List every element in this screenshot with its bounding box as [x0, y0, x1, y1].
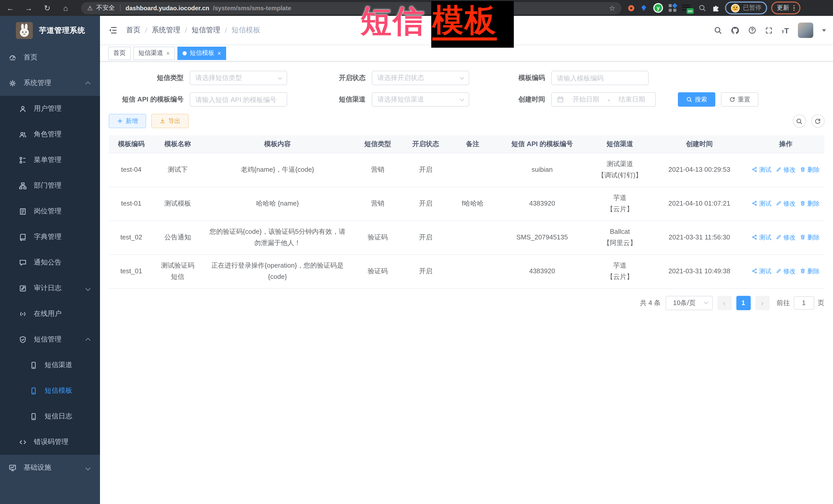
test-link[interactable]: 测试 [752, 232, 771, 243]
template-code-input[interactable] [551, 71, 649, 85]
fullscreen-icon[interactable] [765, 26, 773, 34]
address-bar[interactable]: ⚠ 不安全 dashboard.yudao.iocoder.cn/system/… [81, 2, 621, 14]
add-button[interactable]: 新增 [109, 114, 146, 128]
sidebar-item-online-users[interactable]: 在线用户 [0, 301, 100, 327]
sidebar-item-dict-mgmt[interactable]: 字典管理 [0, 224, 100, 250]
update-label: 更新 [777, 4, 789, 12]
caret-down-icon[interactable] [822, 29, 826, 34]
sidebar-item-dept-mgmt[interactable]: 部门管理 [0, 173, 100, 198]
sidebar-item-system[interactable]: 系统管理 [0, 70, 100, 96]
edit-link[interactable]: 修改 [776, 165, 795, 175]
goto-page-input[interactable] [793, 296, 814, 309]
sidebar-item-infra[interactable]: 基础设施 [0, 455, 100, 480]
sms-channel-label: 短信渠道 [287, 95, 372, 104]
export-button[interactable]: 导出 [151, 114, 189, 128]
browser-update-button[interactable]: 更新 [771, 2, 800, 14]
search-button[interactable]: 搜索 [678, 92, 715, 106]
extensions-puzzle-icon[interactable] [712, 4, 720, 12]
help-icon[interactable] [748, 26, 757, 34]
online-icon [19, 310, 27, 318]
edit-link[interactable]: 修改 [776, 198, 795, 209]
extension-ring-icon[interactable] [628, 5, 634, 11]
trash-icon [800, 201, 806, 207]
delete-link[interactable]: 删除 [800, 266, 820, 277]
sidebar-item-post-mgmt[interactable]: 岗位管理 [0, 198, 100, 224]
tab-home[interactable]: 首页 [108, 46, 131, 60]
breadcrumb: 首页 / 系统管理 / 短信管理 / 短信模板 [126, 26, 260, 35]
tab-sms-template[interactable]: 短信模板× [177, 46, 226, 60]
sidebar-item-sms-template[interactable]: 短信模板 [0, 378, 100, 404]
bookmark-star-icon[interactable]: ☆ [609, 4, 615, 12]
sidebar-item-label: 在线用户 [34, 309, 62, 318]
sms-type-select[interactable]: 请选择短信类型 [190, 71, 287, 85]
logo-avatar [16, 22, 33, 39]
date-range-picker[interactable]: 开始日期 - 结束日期 [551, 92, 656, 106]
date-separator: - [608, 96, 610, 103]
goto-page: 前往 页 [777, 296, 824, 309]
sidebar-item-label: 基础设施 [24, 463, 51, 472]
back-icon[interactable]: ← [5, 4, 16, 12]
sidebar-item-notice[interactable]: 通知公告 [0, 250, 100, 275]
show-search-toggle-button[interactable] [792, 114, 806, 128]
delete-link[interactable]: 删除 [800, 165, 820, 175]
sidebar-item-home[interactable]: 首页 [0, 45, 100, 70]
user-avatar[interactable] [798, 23, 813, 38]
breadcrumb-item[interactable]: 系统管理 [152, 26, 181, 35]
sidebar-item-label: 字典管理 [34, 232, 62, 241]
sidebar-item-audit-log[interactable]: 审计日志 [0, 275, 100, 301]
chevron-up-icon [86, 81, 91, 87]
column-header: 模板名称 [154, 135, 201, 153]
test-link[interactable]: 测试 [752, 198, 771, 209]
test-link[interactable]: 测试 [752, 165, 771, 175]
close-icon[interactable]: × [166, 50, 170, 56]
profile-paused-label: 已暂停 [743, 4, 761, 12]
delete-link[interactable]: 删除 [800, 198, 820, 209]
prev-page-button[interactable]: ‹ [717, 295, 732, 310]
tab-label: 短信渠道 [139, 49, 163, 57]
close-icon[interactable]: × [217, 50, 221, 56]
extension-gem-icon[interactable] [640, 4, 648, 12]
phone-icon [30, 412, 38, 420]
sidebar-item-sms-log[interactable]: 短信日志 [0, 404, 100, 429]
edit-link[interactable]: 修改 [776, 266, 795, 277]
sidebar-fold-icon[interactable] [108, 26, 117, 35]
template-code-label: 模板编码 [469, 73, 551, 82]
breadcrumb-item[interactable]: 短信管理 [192, 26, 220, 35]
download-icon [160, 118, 166, 124]
sms-channel-select[interactable]: 请选择短信渠道 [372, 92, 469, 106]
page-number-1[interactable]: 1 [736, 295, 751, 310]
sidebar-item-sms-channel[interactable]: 短信渠道 [0, 352, 100, 378]
sidebar-item-error-code[interactable]: 错误码管理 [0, 429, 100, 455]
security-label[interactable]: 不安全 [96, 4, 115, 12]
github-icon[interactable] [731, 26, 740, 34]
refresh-table-button[interactable] [811, 114, 824, 128]
search-icon[interactable] [714, 26, 722, 34]
tab-sms-channel[interactable]: 短信渠道× [133, 46, 175, 60]
sidebar-item-label: 系统管理 [24, 78, 51, 88]
test-link[interactable]: 测试 [752, 266, 771, 277]
delete-link[interactable]: 删除 [800, 232, 820, 243]
forward-icon[interactable]: → [24, 4, 34, 12]
sidebar-item-menu-mgmt[interactable]: 菜单管理 [0, 147, 100, 173]
sidebar-item-user-mgmt[interactable]: 用户管理 [0, 96, 100, 121]
edit-link[interactable]: 修改 [776, 232, 795, 243]
next-page-button[interactable]: › [755, 295, 769, 310]
sidebar-menu: 首页 系统管理 用户管理 角色管理 菜单管理 部门管理 岗位管理 字典管理 通知… [0, 45, 100, 480]
extension-magnifier-icon[interactable] [698, 4, 706, 12]
breadcrumb-item[interactable]: 首页 [126, 26, 141, 35]
extension-grid-icon[interactable] [669, 4, 676, 12]
sidebar-item-sms-mgmt[interactable]: 短信管理 [0, 327, 100, 352]
extension-list-icon[interactable]: on [682, 4, 691, 11]
sms-template-table: 模板编码 模板名称 模板内容 短信类型 开启状态 备注 短信 API 的模板编号… [109, 135, 824, 288]
status-select[interactable]: 请选择开启状态 [372, 71, 469, 85]
font-size-icon[interactable]: тT [782, 26, 789, 34]
reload-icon[interactable]: ↻ [42, 3, 52, 13]
api-template-id-input[interactable] [190, 92, 287, 106]
reset-button[interactable]: 重置 [721, 92, 758, 106]
extension-y-icon[interactable]: y [653, 3, 663, 13]
profile-paused-button[interactable]: 已暂停 [725, 2, 767, 14]
page-size-select[interactable]: 10条/页 [665, 295, 713, 310]
browser-menu-icon[interactable] [793, 5, 794, 11]
home-icon[interactable]: ⌂ [61, 4, 71, 12]
sidebar-item-role-mgmt[interactable]: 角色管理 [0, 121, 100, 147]
